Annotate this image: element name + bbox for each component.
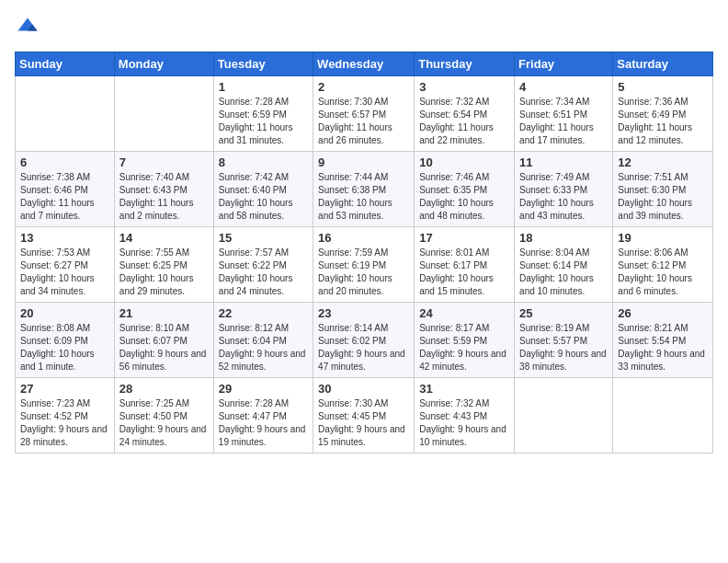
week-row-3: 13Sunrise: 7:53 AM Sunset: 6:27 PM Dayli…: [16, 227, 713, 303]
day-number: 30: [318, 382, 409, 396]
calendar-cell: 13Sunrise: 7:53 AM Sunset: 6:27 PM Dayli…: [16, 227, 115, 303]
day-info: Sunrise: 8:17 AM Sunset: 5:59 PM Dayligh…: [419, 322, 509, 373]
calendar-cell: 18Sunrise: 8:04 AM Sunset: 6:14 PM Dayli…: [515, 227, 613, 303]
day-number: 9: [318, 155, 409, 169]
logo: [15, 15, 44, 40]
day-number: 15: [219, 231, 308, 245]
logo-icon: [15, 15, 40, 40]
day-info: Sunrise: 7:25 AM Sunset: 4:50 PM Dayligh…: [119, 397, 209, 449]
calendar-cell: 21Sunrise: 8:10 AM Sunset: 6:07 PM Dayli…: [114, 303, 213, 378]
weekday-header-monday: Monday: [114, 52, 213, 76]
day-info: Sunrise: 7:42 AM Sunset: 6:40 PM Dayligh…: [219, 171, 308, 223]
calendar-page: SundayMondayTuesdayWednesdayThursdayFrid…: [0, 0, 728, 563]
day-number: 17: [419, 231, 509, 245]
weekday-header-saturday: Saturday: [613, 52, 713, 76]
calendar-cell: 11Sunrise: 7:49 AM Sunset: 6:33 PM Dayli…: [515, 152, 613, 227]
day-info: Sunrise: 7:59 AM Sunset: 6:19 PM Dayligh…: [318, 247, 409, 298]
day-info: Sunrise: 7:28 AM Sunset: 4:47 PM Dayligh…: [219, 397, 308, 449]
calendar-cell: 23Sunrise: 8:14 AM Sunset: 6:02 PM Dayli…: [313, 303, 415, 378]
week-row-1: 1Sunrise: 7:28 AM Sunset: 6:59 PM Daylig…: [16, 76, 713, 152]
calendar-cell: [613, 378, 713, 454]
header: [15, 15, 713, 40]
weekday-header-wednesday: Wednesday: [313, 52, 415, 76]
day-number: 19: [618, 231, 708, 245]
day-number: 26: [618, 306, 708, 320]
calendar-cell: 20Sunrise: 8:08 AM Sunset: 6:09 PM Dayli…: [16, 303, 115, 378]
calendar-cell: 6Sunrise: 7:38 AM Sunset: 6:46 PM Daylig…: [16, 152, 115, 227]
day-number: 4: [519, 80, 608, 94]
weekday-header-tuesday: Tuesday: [213, 52, 313, 76]
day-info: Sunrise: 8:04 AM Sunset: 6:14 PM Dayligh…: [519, 247, 608, 298]
weekday-header-friday: Friday: [515, 52, 613, 76]
week-row-4: 20Sunrise: 8:08 AM Sunset: 6:09 PM Dayli…: [16, 303, 713, 378]
week-row-5: 27Sunrise: 7:23 AM Sunset: 4:52 PM Dayli…: [16, 378, 713, 454]
day-info: Sunrise: 7:57 AM Sunset: 6:22 PM Dayligh…: [219, 247, 308, 298]
day-number: 25: [519, 306, 608, 320]
day-info: Sunrise: 7:40 AM Sunset: 6:43 PM Dayligh…: [119, 171, 209, 223]
day-info: Sunrise: 7:51 AM Sunset: 6:30 PM Dayligh…: [618, 171, 708, 223]
day-number: 5: [618, 80, 708, 94]
day-number: 2: [318, 80, 409, 94]
calendar-cell: 19Sunrise: 8:06 AM Sunset: 6:12 PM Dayli…: [613, 227, 713, 303]
day-info: Sunrise: 7:53 AM Sunset: 6:27 PM Dayligh…: [20, 247, 109, 298]
day-info: Sunrise: 7:34 AM Sunset: 6:51 PM Dayligh…: [519, 96, 608, 147]
day-number: 13: [20, 231, 109, 245]
day-number: 16: [318, 231, 409, 245]
calendar-cell: 24Sunrise: 8:17 AM Sunset: 5:59 PM Dayli…: [415, 303, 515, 378]
week-row-2: 6Sunrise: 7:38 AM Sunset: 6:46 PM Daylig…: [16, 152, 713, 227]
day-number: 28: [119, 382, 209, 396]
day-number: 7: [119, 155, 209, 169]
calendar-cell: [114, 76, 213, 152]
day-info: Sunrise: 8:01 AM Sunset: 6:17 PM Dayligh…: [419, 247, 509, 298]
calendar-cell: 5Sunrise: 7:36 AM Sunset: 6:49 PM Daylig…: [613, 76, 713, 152]
calendar-cell: 15Sunrise: 7:57 AM Sunset: 6:22 PM Dayli…: [213, 227, 313, 303]
calendar-cell: 3Sunrise: 7:32 AM Sunset: 6:54 PM Daylig…: [415, 76, 515, 152]
day-info: Sunrise: 8:14 AM Sunset: 6:02 PM Dayligh…: [318, 322, 409, 373]
day-info: Sunrise: 7:36 AM Sunset: 6:49 PM Dayligh…: [618, 96, 708, 147]
day-number: 14: [119, 231, 209, 245]
day-number: 12: [618, 155, 708, 169]
weekday-header-row: SundayMondayTuesdayWednesdayThursdayFrid…: [16, 52, 713, 76]
calendar-cell: 29Sunrise: 7:28 AM Sunset: 4:47 PM Dayli…: [213, 378, 313, 454]
calendar-table: SundayMondayTuesdayWednesdayThursdayFrid…: [15, 52, 713, 454]
day-number: 11: [519, 155, 608, 169]
calendar-cell: 25Sunrise: 8:19 AM Sunset: 5:57 PM Dayli…: [515, 303, 613, 378]
day-info: Sunrise: 8:10 AM Sunset: 6:07 PM Dayligh…: [119, 322, 209, 373]
day-info: Sunrise: 7:44 AM Sunset: 6:38 PM Dayligh…: [318, 171, 409, 223]
calendar-cell: 9Sunrise: 7:44 AM Sunset: 6:38 PM Daylig…: [313, 152, 415, 227]
calendar-cell: 10Sunrise: 7:46 AM Sunset: 6:35 PM Dayli…: [415, 152, 515, 227]
day-number: 20: [20, 306, 109, 320]
calendar-cell: 17Sunrise: 8:01 AM Sunset: 6:17 PM Dayli…: [415, 227, 515, 303]
day-info: Sunrise: 7:28 AM Sunset: 6:59 PM Dayligh…: [219, 96, 308, 147]
day-number: 24: [419, 306, 509, 320]
calendar-cell: 2Sunrise: 7:30 AM Sunset: 6:57 PM Daylig…: [313, 76, 415, 152]
day-number: 21: [119, 306, 209, 320]
day-number: 6: [20, 155, 109, 169]
calendar-cell: 12Sunrise: 7:51 AM Sunset: 6:30 PM Dayli…: [613, 152, 713, 227]
calendar-cell: [16, 76, 115, 152]
day-number: 27: [20, 382, 109, 396]
day-number: 18: [519, 231, 608, 245]
weekday-header-sunday: Sunday: [16, 52, 115, 76]
calendar-cell: 8Sunrise: 7:42 AM Sunset: 6:40 PM Daylig…: [213, 152, 313, 227]
day-number: 3: [419, 80, 509, 94]
day-info: Sunrise: 8:12 AM Sunset: 6:04 PM Dayligh…: [219, 322, 308, 373]
day-number: 29: [219, 382, 308, 396]
day-number: 31: [419, 382, 509, 396]
calendar-cell: 4Sunrise: 7:34 AM Sunset: 6:51 PM Daylig…: [515, 76, 613, 152]
calendar-cell: 28Sunrise: 7:25 AM Sunset: 4:50 PM Dayli…: [114, 378, 213, 454]
day-info: Sunrise: 8:19 AM Sunset: 5:57 PM Dayligh…: [519, 322, 608, 373]
day-info: Sunrise: 7:38 AM Sunset: 6:46 PM Dayligh…: [20, 171, 109, 223]
day-number: 1: [219, 80, 308, 94]
calendar-cell: 27Sunrise: 7:23 AM Sunset: 4:52 PM Dayli…: [16, 378, 115, 454]
day-info: Sunrise: 7:23 AM Sunset: 4:52 PM Dayligh…: [20, 397, 109, 449]
calendar-cell: 16Sunrise: 7:59 AM Sunset: 6:19 PM Dayli…: [313, 227, 415, 303]
day-info: Sunrise: 8:21 AM Sunset: 5:54 PM Dayligh…: [618, 322, 708, 373]
calendar-cell: 26Sunrise: 8:21 AM Sunset: 5:54 PM Dayli…: [613, 303, 713, 378]
day-number: 22: [219, 306, 308, 320]
calendar-cell: 7Sunrise: 7:40 AM Sunset: 6:43 PM Daylig…: [114, 152, 213, 227]
calendar-cell: 22Sunrise: 8:12 AM Sunset: 6:04 PM Dayli…: [213, 303, 313, 378]
day-info: Sunrise: 7:49 AM Sunset: 6:33 PM Dayligh…: [519, 171, 608, 223]
calendar-cell: [515, 378, 613, 454]
day-info: Sunrise: 7:55 AM Sunset: 6:25 PM Dayligh…: [119, 247, 209, 298]
